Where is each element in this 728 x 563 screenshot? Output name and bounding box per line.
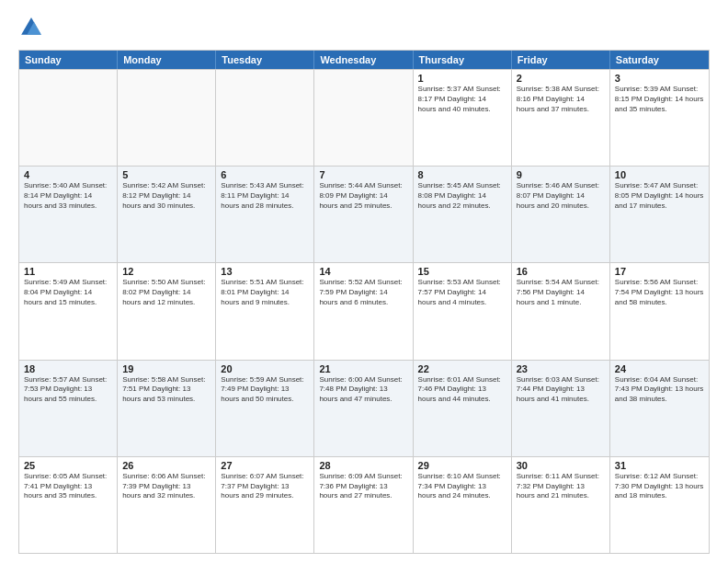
day-number: 2 [517, 73, 605, 84]
calendar-cell: 21Sunrise: 6:00 AM Sunset: 7:48 PM Dayli… [314, 361, 413, 456]
day-info: Sunrise: 5:45 AM Sunset: 8:08 PM Dayligh… [418, 181, 506, 211]
calendar-cell: 10Sunrise: 5:47 AM Sunset: 8:05 PM Dayli… [610, 167, 709, 262]
calendar-cell: 20Sunrise: 5:59 AM Sunset: 7:49 PM Dayli… [216, 361, 314, 456]
day-info: Sunrise: 6:12 AM Sunset: 7:30 PM Dayligh… [615, 472, 704, 501]
day-number: 3 [615, 73, 704, 84]
calendar-cell: 28Sunrise: 6:09 AM Sunset: 7:36 PM Dayli… [314, 457, 413, 553]
weekday-header: Tuesday [216, 51, 314, 69]
calendar-row: 25Sunrise: 6:05 AM Sunset: 7:41 PM Dayli… [19, 456, 709, 553]
calendar-row: 18Sunrise: 5:57 AM Sunset: 7:53 PM Dayli… [19, 360, 709, 456]
day-number: 15 [418, 266, 506, 277]
day-info: Sunrise: 5:50 AM Sunset: 8:02 PM Dayligh… [122, 278, 210, 307]
weekday-header: Saturday [610, 51, 709, 69]
day-info: Sunrise: 5:54 AM Sunset: 7:56 PM Dayligh… [517, 278, 605, 307]
calendar-cell: 16Sunrise: 5:54 AM Sunset: 7:56 PM Dayli… [512, 263, 610, 359]
day-number: 12 [122, 266, 210, 277]
calendar-cell: 17Sunrise: 5:56 AM Sunset: 7:54 PM Dayli… [610, 263, 709, 359]
day-info: Sunrise: 5:37 AM Sunset: 8:17 PM Dayligh… [418, 85, 506, 114]
weekday-header: Friday [512, 51, 610, 69]
day-info: Sunrise: 6:06 AM Sunset: 7:39 PM Dayligh… [122, 472, 210, 501]
day-info: Sunrise: 6:07 AM Sunset: 7:37 PM Dayligh… [221, 472, 309, 501]
logo [18, 15, 48, 40]
calendar-cell: 4Sunrise: 5:40 AM Sunset: 8:14 PM Daylig… [19, 167, 118, 262]
day-number: 5 [122, 169, 210, 180]
day-number: 25 [24, 460, 112, 471]
calendar-cell: 18Sunrise: 5:57 AM Sunset: 7:53 PM Dayli… [19, 361, 118, 456]
calendar-cell [216, 70, 314, 166]
page: SundayMondayTuesdayWednesdayThursdayFrid… [0, 0, 728, 563]
weekday-header: Wednesday [314, 51, 413, 69]
calendar-cell: 8Sunrise: 5:45 AM Sunset: 8:08 PM Daylig… [414, 167, 512, 262]
day-number: 30 [517, 460, 605, 471]
day-info: Sunrise: 5:47 AM Sunset: 8:05 PM Dayligh… [615, 181, 704, 211]
header [18, 15, 710, 40]
day-number: 24 [615, 363, 704, 374]
weekday-header: Sunday [19, 51, 118, 69]
calendar-header: SundayMondayTuesdayWednesdayThursdayFrid… [19, 51, 709, 69]
calendar-cell: 26Sunrise: 6:06 AM Sunset: 7:39 PM Dayli… [118, 457, 216, 553]
day-number: 21 [319, 363, 407, 374]
day-info: Sunrise: 5:42 AM Sunset: 8:12 PM Dayligh… [122, 181, 210, 211]
day-info: Sunrise: 6:00 AM Sunset: 7:48 PM Dayligh… [319, 375, 407, 405]
calendar-row: 4Sunrise: 5:40 AM Sunset: 8:14 PM Daylig… [19, 166, 709, 262]
day-info: Sunrise: 6:05 AM Sunset: 7:41 PM Dayligh… [24, 472, 112, 501]
day-info: Sunrise: 5:40 AM Sunset: 8:14 PM Dayligh… [24, 181, 112, 211]
calendar-cell: 30Sunrise: 6:11 AM Sunset: 7:32 PM Dayli… [512, 457, 610, 553]
day-number: 4 [24, 169, 112, 180]
calendar-cell: 19Sunrise: 5:58 AM Sunset: 7:51 PM Dayli… [118, 361, 216, 456]
day-info: Sunrise: 6:04 AM Sunset: 7:43 PM Dayligh… [615, 375, 704, 405]
calendar-cell: 12Sunrise: 5:50 AM Sunset: 8:02 PM Dayli… [118, 263, 216, 359]
day-number: 31 [615, 460, 704, 471]
calendar-cell: 14Sunrise: 5:52 AM Sunset: 7:59 PM Dayli… [314, 263, 413, 359]
day-number: 18 [24, 363, 112, 374]
day-number: 10 [615, 169, 704, 180]
day-info: Sunrise: 5:38 AM Sunset: 8:16 PM Dayligh… [517, 85, 605, 114]
day-number: 1 [418, 73, 506, 84]
day-info: Sunrise: 5:53 AM Sunset: 7:57 PM Dayligh… [418, 278, 506, 307]
day-number: 14 [319, 266, 407, 277]
day-info: Sunrise: 6:10 AM Sunset: 7:34 PM Dayligh… [418, 472, 506, 501]
calendar-cell: 27Sunrise: 6:07 AM Sunset: 7:37 PM Dayli… [216, 457, 314, 553]
day-number: 23 [517, 363, 605, 374]
weekday-header: Monday [118, 51, 216, 69]
day-number: 26 [122, 460, 210, 471]
day-info: Sunrise: 5:39 AM Sunset: 8:15 PM Dayligh… [615, 85, 704, 114]
day-number: 11 [24, 266, 112, 277]
day-number: 28 [319, 460, 407, 471]
day-info: Sunrise: 5:51 AM Sunset: 8:01 PM Dayligh… [221, 278, 309, 307]
calendar-cell: 5Sunrise: 5:42 AM Sunset: 8:12 PM Daylig… [118, 167, 216, 262]
weekday-header: Thursday [414, 51, 512, 69]
calendar: SundayMondayTuesdayWednesdayThursdayFrid… [18, 50, 710, 554]
day-info: Sunrise: 5:59 AM Sunset: 7:49 PM Dayligh… [221, 375, 309, 405]
day-info: Sunrise: 5:46 AM Sunset: 8:07 PM Dayligh… [517, 181, 605, 211]
day-number: 22 [418, 363, 506, 374]
day-number: 8 [418, 169, 506, 180]
calendar-row: 11Sunrise: 5:49 AM Sunset: 8:04 PM Dayli… [19, 262, 709, 359]
calendar-cell: 11Sunrise: 5:49 AM Sunset: 8:04 PM Dayli… [19, 263, 118, 359]
logo-icon [18, 15, 44, 40]
day-info: Sunrise: 5:43 AM Sunset: 8:11 PM Dayligh… [221, 181, 309, 211]
day-info: Sunrise: 6:01 AM Sunset: 7:46 PM Dayligh… [418, 375, 506, 405]
calendar-cell: 22Sunrise: 6:01 AM Sunset: 7:46 PM Dayli… [414, 361, 512, 456]
day-number: 9 [517, 169, 605, 180]
day-info: Sunrise: 5:52 AM Sunset: 7:59 PM Dayligh… [319, 278, 407, 307]
day-number: 13 [221, 266, 309, 277]
day-number: 7 [319, 169, 407, 180]
calendar-cell: 24Sunrise: 6:04 AM Sunset: 7:43 PM Dayli… [610, 361, 709, 456]
day-number: 29 [418, 460, 506, 471]
calendar-row: 1Sunrise: 5:37 AM Sunset: 8:17 PM Daylig… [19, 69, 709, 166]
calendar-cell: 13Sunrise: 5:51 AM Sunset: 8:01 PM Dayli… [216, 263, 314, 359]
day-info: Sunrise: 5:57 AM Sunset: 7:53 PM Dayligh… [24, 375, 112, 405]
day-number: 20 [221, 363, 309, 374]
day-info: Sunrise: 5:49 AM Sunset: 8:04 PM Dayligh… [24, 278, 112, 307]
calendar-cell: 2Sunrise: 5:38 AM Sunset: 8:16 PM Daylig… [512, 70, 610, 166]
calendar-cell [19, 70, 118, 166]
day-number: 6 [221, 169, 309, 180]
day-info: Sunrise: 6:03 AM Sunset: 7:44 PM Dayligh… [517, 375, 605, 405]
calendar-cell: 6Sunrise: 5:43 AM Sunset: 8:11 PM Daylig… [216, 167, 314, 262]
calendar-cell: 15Sunrise: 5:53 AM Sunset: 7:57 PM Dayli… [414, 263, 512, 359]
day-number: 17 [615, 266, 704, 277]
calendar-cell: 25Sunrise: 6:05 AM Sunset: 7:41 PM Dayli… [19, 457, 118, 553]
calendar-cell: 31Sunrise: 6:12 AM Sunset: 7:30 PM Dayli… [610, 457, 709, 553]
calendar-cell [118, 70, 216, 166]
